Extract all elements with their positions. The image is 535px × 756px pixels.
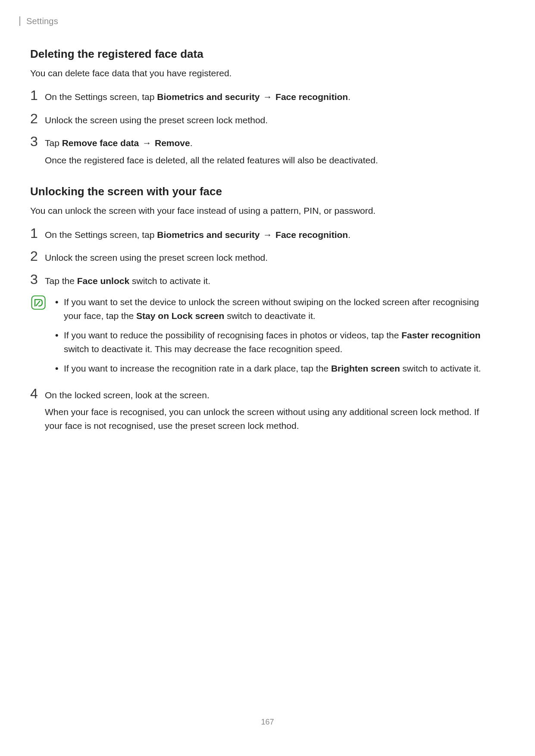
step-number: 4: [30, 387, 45, 400]
text: If you want to reduce the possibility of…: [64, 330, 401, 340]
bold: Faster recognition: [401, 330, 480, 340]
note-icon: [31, 295, 46, 310]
bullet-dot: •: [55, 295, 64, 309]
step-number: 1: [30, 226, 45, 240]
step-2-4: 4 On the locked screen, look at the scre…: [30, 387, 496, 433]
step-number: 1: [30, 88, 45, 102]
text: .: [190, 138, 193, 148]
step-extra: When your face is recognised, you can un…: [45, 405, 496, 432]
note-icon-slot: [31, 295, 50, 312]
arrow-icon: →: [139, 138, 155, 148]
note-block: • If you want to set the device to unloc…: [31, 295, 496, 381]
bold: Face unlock: [77, 276, 129, 286]
step-2-3: 3 Tap the Face unlock switch to activate…: [30, 272, 496, 288]
text: switch to activate it.: [400, 363, 481, 373]
bullet-dot: •: [55, 362, 64, 375]
bold: Biometrics and security: [157, 92, 260, 102]
section2-title: Unlocking the screen with your face: [30, 185, 496, 198]
document-page: Settings Deleting the registered face da…: [0, 0, 535, 756]
note-bullet-1: • If you want to set the device to unloc…: [55, 295, 496, 322]
text: switch to deactivate it. This may decrea…: [64, 344, 342, 354]
bullet-text: If you want to increase the recognition …: [64, 362, 496, 375]
page-number: 167: [0, 718, 535, 727]
step-2-1: 1 On the Settings screen, tap Biometrics…: [30, 226, 496, 242]
text: switch to activate it.: [129, 276, 210, 286]
text: On the Settings screen, tap: [45, 230, 157, 240]
step-number: 3: [30, 272, 45, 286]
step-1-1: 1 On the Settings screen, tap Biometrics…: [30, 88, 496, 104]
text: If you want to increase the recognition …: [64, 363, 331, 373]
bold: Face recognition: [275, 230, 348, 240]
step-body: Tap the Face unlock switch to activate i…: [45, 272, 496, 288]
arrow-icon: →: [260, 230, 275, 240]
bullet-text: If you want to reduce the possibility of…: [64, 328, 496, 356]
text: switch to deactivate it.: [224, 311, 315, 321]
section2-steps: 1 On the Settings screen, tap Biometrics…: [30, 226, 496, 433]
page-content: Deleting the registered face data You ca…: [28, 47, 496, 432]
step-body: Tap Remove face data → Remove. Once the …: [45, 134, 496, 167]
section1-intro: You can delete face data that you have r…: [30, 67, 496, 80]
step-2-2: 2 Unlock the screen using the preset scr…: [30, 249, 496, 265]
bold: Stay on Lock screen: [136, 311, 224, 321]
step-number: 2: [30, 249, 45, 263]
step-number: 3: [30, 134, 45, 148]
note-bullet-3: • If you want to increase the recognitio…: [55, 362, 496, 375]
step-body: Unlock the screen using the preset scree…: [45, 249, 496, 265]
bold: Face recognition: [275, 92, 348, 102]
note-body: • If you want to set the device to unloc…: [50, 295, 496, 381]
step-body: On the locked screen, look at the screen…: [45, 387, 496, 433]
text: On the Settings screen, tap: [45, 92, 157, 102]
bold: Brighten screen: [331, 363, 400, 373]
note-bullet-2: • If you want to reduce the possibility …: [55, 328, 496, 356]
bold: Remove face data: [62, 138, 139, 148]
step-body: On the Settings screen, tap Biometrics a…: [45, 88, 496, 104]
text: Tap: [45, 138, 62, 148]
text: .: [348, 92, 350, 102]
bullet-dot: •: [55, 328, 64, 342]
step-body: Unlock the screen using the preset scree…: [45, 112, 496, 127]
breadcrumb: Settings: [26, 16, 58, 26]
step-1-2: 2 Unlock the screen using the preset scr…: [30, 112, 496, 127]
arrow-icon: →: [260, 92, 275, 102]
page-header: Settings: [28, 16, 496, 27]
bold: Biometrics and security: [157, 230, 260, 240]
step-body: On the Settings screen, tap Biometrics a…: [45, 226, 496, 242]
note-bullets: • If you want to set the device to unloc…: [50, 295, 496, 375]
text: Tap the: [45, 276, 77, 286]
step-text: On the locked screen, look at the screen…: [45, 388, 496, 402]
section1-steps: 1 On the Settings screen, tap Biometrics…: [30, 88, 496, 167]
text: .: [348, 230, 350, 240]
bold: Remove: [155, 138, 190, 148]
section2-intro: You can unlock the screen with your face…: [30, 204, 496, 217]
bullet-text: If you want to set the device to unlock …: [64, 295, 496, 322]
step-number: 2: [30, 112, 45, 125]
step-extra: Once the registered face is deleted, all…: [45, 153, 496, 167]
header-rule: [19, 16, 20, 26]
step-1-3: 3 Tap Remove face data → Remove. Once th…: [30, 134, 496, 167]
section1-title: Deleting the registered face data: [30, 47, 496, 61]
